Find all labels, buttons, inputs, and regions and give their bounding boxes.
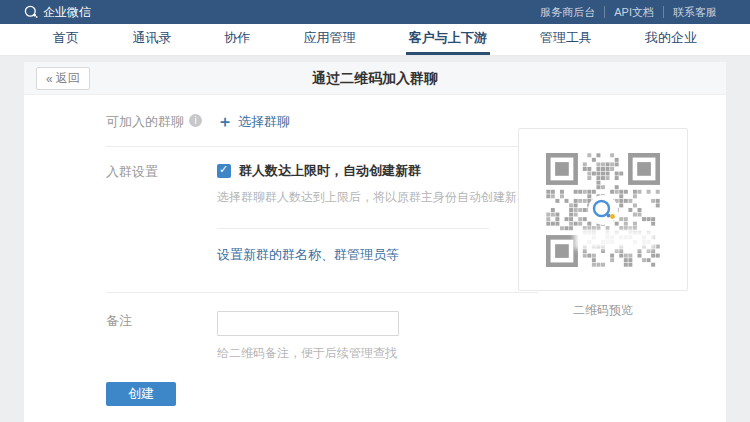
wework-logo-icon <box>24 5 38 19</box>
auto-create-checkbox-line: 群人数达上限时，自动创建新群 <box>217 162 529 180</box>
page-body: « 返回 通过二维码加入群聊 可加入的群聊 i ＋ 选择群聊 入群设置 <box>0 56 750 422</box>
qr-preview-caption: 二维码预览 <box>518 302 688 319</box>
qr-preview-box <box>518 128 688 291</box>
top-bar: 企业微信 服务商后台 API文档 联系客服 <box>0 0 750 24</box>
nav-item-contacts[interactable]: 通讯录 <box>129 24 174 55</box>
back-button-label: 返回 <box>56 70 80 87</box>
divider <box>106 146 538 147</box>
remark-helper-text: 给二维码备注，便于后续管理查找 <box>217 345 399 362</box>
new-group-settings-link[interactable]: 设置新群的群名称、群管理员等 <box>217 246 538 264</box>
nav-item-home[interactable]: 首页 <box>50 24 82 55</box>
info-icon[interactable]: i <box>189 114 202 127</box>
divider <box>106 292 538 293</box>
join-settings-content: 群人数达上限时，自动创建新群 选择群聊群人数达到上限后，将以原群主身份自动创建新… <box>217 162 529 206</box>
contact-support-link[interactable]: 联系客服 <box>663 6 726 18</box>
remark-content: 给二维码备注，便于后续管理查找 <box>217 311 399 362</box>
back-chevron-icon: « <box>46 72 53 86</box>
qr-preview-panel: 二维码预览 <box>518 128 688 319</box>
remark-label: 备注 <box>106 311 217 362</box>
joinable-group-label-text: 可加入的群聊 <box>106 113 184 131</box>
nav-item-my-company[interactable]: 我的企业 <box>642 24 700 55</box>
content-card: « 返回 通过二维码加入群聊 可加入的群聊 i ＋ 选择群聊 入群设置 <box>24 62 726 422</box>
remark-row: 备注 给二维码备注，便于后续管理查找 <box>106 311 538 362</box>
nav-item-collaboration[interactable]: 协作 <box>221 24 253 55</box>
page-title: 通过二维码加入群聊 <box>24 62 726 95</box>
brand-name: 企业微信 <box>43 4 91 21</box>
auto-create-helper-text: 选择群聊群人数达到上限后，将以原群主身份自动创建新群 <box>217 189 529 206</box>
back-button[interactable]: « 返回 <box>36 67 90 90</box>
main-nav: 首页 通讯录 协作 应用管理 客户与上下游 管理工具 我的企业 <box>0 24 750 56</box>
joinable-group-row: 可加入的群聊 i ＋ 选择群聊 <box>106 112 538 131</box>
topbar-links: 服务商后台 API文档 联系客服 <box>531 6 726 18</box>
provider-console-link[interactable]: 服务商后台 <box>531 6 604 18</box>
create-button[interactable]: 创建 <box>106 382 176 406</box>
plus-icon: ＋ <box>217 115 233 129</box>
nav-item-customers[interactable]: 客户与上下游 <box>406 24 490 55</box>
brand: 企业微信 <box>24 4 91 21</box>
select-group-link[interactable]: ＋ 选择群聊 <box>217 112 290 131</box>
qr-group-form: 可加入的群聊 i ＋ 选择群聊 入群设置 群人数达上限时，自动创建新群 选择群 <box>106 95 538 406</box>
join-settings-label: 入群设置 <box>106 162 217 206</box>
nav-item-app-management[interactable]: 应用管理 <box>300 24 358 55</box>
sub-divider <box>217 228 489 229</box>
auto-create-checkbox-label[interactable]: 群人数达上限时，自动创建新群 <box>239 162 421 180</box>
join-settings-row: 入群设置 群人数达上限时，自动创建新群 选择群聊群人数达到上限后，将以原群主身份… <box>106 162 538 206</box>
nav-item-admin-tools[interactable]: 管理工具 <box>537 24 595 55</box>
qr-code-image <box>546 153 660 267</box>
joinable-group-label: 可加入的群聊 i <box>106 112 217 131</box>
api-docs-link[interactable]: API文档 <box>604 6 663 18</box>
auto-create-checkbox[interactable] <box>217 164 231 178</box>
select-group-link-text: 选择群聊 <box>238 113 290 131</box>
card-header: « 返回 通过二维码加入群聊 <box>24 62 726 95</box>
remark-input[interactable] <box>217 311 399 336</box>
